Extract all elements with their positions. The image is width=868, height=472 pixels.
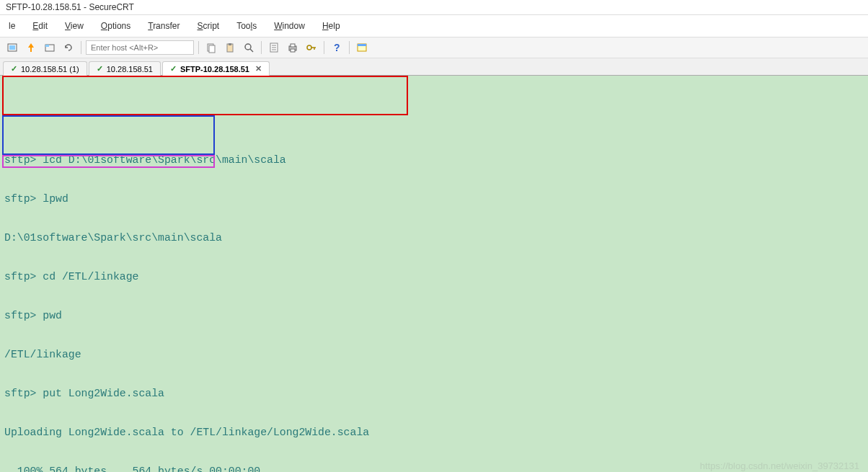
tab-session-1[interactable]: ✓ 10.28.158.51 (1)	[3, 61, 87, 76]
tab-label: 10.28.158.51 (1)	[21, 65, 79, 74]
terminal-line: Uploading Long2Wide.scala to /ETL/linkag…	[0, 426, 868, 439]
terminal-line: /ETL/linkage	[0, 348, 868, 361]
svg-rect-1	[9, 45, 15, 50]
toolbar-separator	[81, 41, 81, 54]
menu-script[interactable]: Script	[188, 18, 228, 34]
terminal-line: 100% 564 bytes 564 bytes/s 00:00:00	[0, 465, 868, 472]
help-icon[interactable]: ?	[329, 40, 345, 55]
svg-text:?: ?	[334, 42, 340, 53]
menu-edit[interactable]: Edit	[24, 18, 56, 34]
svg-rect-5	[209, 45, 215, 53]
window-title: SFTP-10.28.158.51 - SecureCRT	[6, 2, 134, 12]
toolbar: ?	[0, 37, 868, 58]
connect-icon[interactable]	[4, 40, 20, 55]
app-icon[interactable]	[354, 40, 370, 55]
find-icon[interactable]	[241, 40, 257, 55]
toolbar-separator	[324, 41, 324, 54]
properties-icon[interactable]	[266, 40, 282, 55]
highlight-box-magenta	[2, 155, 215, 168]
highlight-box-red	[2, 76, 408, 115]
menu-help[interactable]: Help	[314, 18, 349, 34]
tab-label: SFTP-10.28.158.51	[180, 65, 249, 74]
svg-rect-7	[229, 43, 231, 45]
svg-rect-3	[45, 45, 49, 47]
menu-file[interactable]: le	[0, 18, 24, 34]
paste-icon[interactable]	[222, 40, 238, 55]
copy-icon[interactable]	[203, 40, 219, 55]
reconnect-icon[interactable]	[61, 40, 76, 55]
menu-transfer[interactable]: Transfer	[139, 18, 188, 34]
key-icon[interactable]	[304, 40, 319, 55]
menubar: le Edit View Options Transfer Script Too…	[0, 15, 868, 37]
host-input[interactable]	[86, 40, 194, 55]
terminal-line: sftp> put Long2Wide.scala	[0, 387, 868, 400]
tab-label: 10.28.158.51	[107, 65, 153, 74]
svg-point-17	[307, 45, 311, 50]
toolbar-separator	[198, 41, 199, 54]
terminal-line: sftp> lpwd	[0, 192, 868, 205]
tab-session-2[interactable]: ✓ 10.28.158.51	[89, 61, 161, 76]
tab-session-sftp[interactable]: ✓ SFTP-10.28.158.51 ✕	[162, 61, 270, 76]
check-icon: ✓	[11, 64, 17, 74]
menu-window[interactable]: Window	[265, 18, 314, 34]
terminal-pane[interactable]: sftp> lcd D:\01software\Spark\src\main\s…	[0, 76, 868, 472]
window-titlebar: SFTP-10.28.158.51 - SecureCRT	[0, 0, 868, 15]
highlight-box-blue	[2, 115, 215, 155]
check-icon: ✓	[97, 64, 103, 74]
print-icon[interactable]	[285, 40, 301, 55]
terminal-line: D:\01software\Spark\src\main\scala	[0, 231, 868, 244]
check-icon: ✓	[170, 64, 177, 74]
connect-in-tab-icon[interactable]	[42, 40, 58, 55]
svg-rect-16	[291, 49, 295, 52]
terminal-line: sftp> cd /ETL/linkage	[0, 270, 868, 283]
svg-rect-15	[291, 44, 295, 47]
svg-line-9	[250, 49, 253, 52]
tabbar: ✓ 10.28.158.51 (1) ✓ 10.28.158.51 ✓ SFTP…	[0, 58, 868, 76]
quick-connect-icon[interactable]	[23, 40, 39, 55]
menu-options[interactable]: Options	[92, 18, 139, 34]
menu-view[interactable]: View	[56, 18, 92, 34]
menu-tools[interactable]: Tools	[228, 18, 265, 34]
svg-rect-22	[358, 44, 366, 46]
close-icon[interactable]: ✕	[255, 64, 262, 74]
toolbar-separator	[261, 41, 262, 54]
svg-point-8	[245, 44, 251, 50]
terminal-line: sftp> pwd	[0, 309, 868, 322]
toolbar-separator	[349, 41, 350, 54]
